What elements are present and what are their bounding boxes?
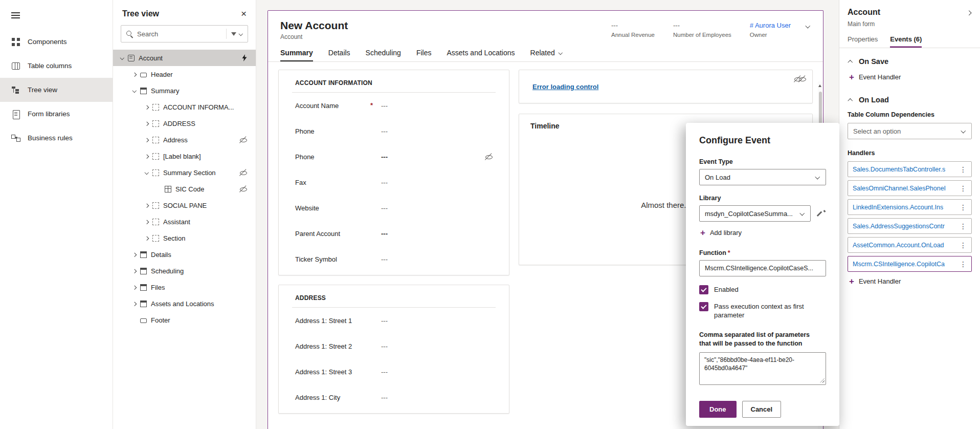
- sidebar-item-business-rules[interactable]: Business rules: [0, 126, 113, 150]
- library-select[interactable]: msdyn_CopilotCaseSumma...: [699, 205, 811, 222]
- sidebar-item-form-libraries[interactable]: Form libraries: [0, 102, 113, 126]
- error-card[interactable]: Error loading control: [519, 70, 813, 103]
- close-icon[interactable]: ×: [241, 9, 247, 18]
- tree-item-account-informa[interactable]: ACCOUNT INFORMA...: [113, 99, 256, 115]
- chevron-down-icon[interactable]: [142, 170, 151, 175]
- sidebar-item-components[interactable]: Components: [0, 30, 113, 54]
- parameters-textarea[interactable]: "sic","86bbd0be-4aea-ef11-be20-6045bd0a4…: [699, 352, 826, 385]
- tree-item-header[interactable]: Header: [113, 66, 256, 82]
- tree-item-scheduling[interactable]: Scheduling: [113, 263, 256, 279]
- cancel-button[interactable]: Cancel: [742, 401, 782, 418]
- more-options-icon[interactable]: ⋮: [957, 222, 969, 230]
- on-save-section-header[interactable]: On Save: [848, 57, 972, 66]
- form-field-account-name[interactable]: Account Name*---: [292, 93, 496, 118]
- chevron-right-icon[interactable]: [129, 72, 139, 77]
- tree-item-files[interactable]: Files: [113, 279, 256, 295]
- event-handler-item[interactable]: LinkedInExtensions.Account.Ins⋮: [848, 199, 972, 215]
- edit-library-icon[interactable]: [818, 209, 826, 218]
- address-section[interactable]: ADDRESS Address 1: Street 1---Address 1:…: [278, 285, 509, 414]
- event-handler-item[interactable]: Sales.DocumentsTabController.s⋮: [848, 161, 972, 177]
- chevron-right-icon[interactable]: [129, 252, 139, 257]
- on-load-section-header[interactable]: On Load: [848, 96, 972, 104]
- tab-assets-and-locations[interactable]: Assets and Locations: [447, 49, 515, 61]
- tree-item-details[interactable]: Details: [113, 246, 256, 263]
- form-field-website[interactable]: Website---: [292, 195, 496, 221]
- chevron-right-icon[interactable]: [129, 302, 139, 306]
- tab-properties[interactable]: Properties: [848, 35, 878, 48]
- form-field-address-1-street-2[interactable]: Address 1: Street 2---: [292, 333, 496, 359]
- event-handler-item[interactable]: SalesOmniChannel.SalesPhoneI⋮: [848, 180, 972, 196]
- event-handler-item[interactable]: Sales.AddressSuggestionsContr⋮: [848, 218, 972, 234]
- done-button[interactable]: Done: [699, 401, 737, 418]
- form-field-address-1-street-1[interactable]: Address 1: Street 1---: [292, 308, 496, 333]
- search-box[interactable]: [121, 25, 248, 42]
- form-field-address-1-street-3[interactable]: Address 1: Street 3---: [292, 359, 496, 384]
- checkbox-checked-icon[interactable]: [699, 302, 708, 311]
- event-handler-item[interactable]: Mscrm.CSIntelligence.CopilotCa⋮: [848, 256, 972, 272]
- chevron-right-icon[interactable]: [142, 203, 151, 208]
- more-options-icon[interactable]: ⋮: [957, 184, 969, 192]
- tree-item-footer[interactable]: Footer: [113, 312, 256, 328]
- form-field-address-1-city[interactable]: Address 1: City---: [292, 384, 496, 410]
- scroll-up-arrow-icon[interactable]: [818, 84, 821, 87]
- tab-related[interactable]: Related: [530, 49, 563, 61]
- table-column-dependencies-select[interactable]: Select an option: [848, 123, 972, 139]
- chevron-right-icon[interactable]: [142, 121, 151, 126]
- tab-files[interactable]: Files: [416, 49, 432, 61]
- add-event-handler-button[interactable]: + Event Handler: [849, 277, 972, 286]
- more-options-icon[interactable]: ⋮: [957, 165, 969, 174]
- form-field-phone[interactable]: Phone---: [292, 118, 496, 144]
- error-loading-link[interactable]: Error loading control: [532, 83, 598, 91]
- tree-item-address[interactable]: ADDRESS: [113, 115, 256, 132]
- chevron-right-icon[interactable]: [142, 138, 151, 142]
- tab-summary[interactable]: Summary: [280, 49, 313, 61]
- tree-item-assets-and-locations[interactable]: Assets and Locations: [113, 295, 256, 312]
- pass-context-checkbox-row[interactable]: Pass execution context as first paramete…: [699, 302, 826, 320]
- more-options-icon[interactable]: ⋮: [957, 203, 969, 211]
- tab-details[interactable]: Details: [328, 49, 350, 61]
- more-options-icon[interactable]: ⋮: [957, 241, 969, 249]
- form-field-phone[interactable]: Phone---: [292, 144, 496, 169]
- chevron-down-icon: [815, 175, 820, 180]
- tree-item-assistant[interactable]: Assistant: [113, 213, 256, 230]
- chevron-down-icon[interactable]: [129, 89, 139, 93]
- tree-item-summary[interactable]: Summary: [113, 82, 256, 99]
- event-type-select[interactable]: On Load: [699, 169, 826, 185]
- chevron-right-icon[interactable]: [142, 154, 151, 159]
- chevron-down-icon[interactable]: [117, 56, 127, 60]
- more-options-icon[interactable]: ⋮: [957, 260, 969, 268]
- tree-item-account[interactable]: Account: [113, 50, 256, 66]
- function-input[interactable]: [699, 260, 826, 276]
- collapse-panel-icon[interactable]: [966, 10, 972, 15]
- account-information-section[interactable]: ACCOUNT INFORMATION Account Name*---Phon…: [278, 70, 509, 275]
- chevron-right-icon[interactable]: [142, 105, 151, 110]
- tree-item-label-blank[interactable]: [Label blank]: [113, 148, 256, 164]
- enabled-checkbox-row[interactable]: Enabled: [699, 285, 826, 294]
- tab-scheduling[interactable]: Scheduling: [366, 49, 401, 61]
- chevron-right-icon[interactable]: [129, 269, 139, 273]
- sidebar-item-table-columns[interactable]: Table columns: [0, 54, 113, 78]
- filter-button[interactable]: [226, 29, 243, 39]
- checkbox-checked-icon[interactable]: [699, 285, 708, 294]
- chevron-right-icon[interactable]: [142, 236, 151, 241]
- app-root: ComponentsTable columnsTree viewForm lib…: [0, 0, 980, 429]
- chevron-right-icon[interactable]: [142, 220, 151, 224]
- stat-value[interactable]: # Aurora User: [750, 22, 791, 29]
- tree-item-sic-code[interactable]: SIC Code: [113, 181, 256, 197]
- tab-events-6[interactable]: Events (6): [890, 35, 922, 48]
- chevron-right-icon[interactable]: [129, 285, 139, 290]
- tree-item-section[interactable]: Section: [113, 230, 256, 246]
- form-field-fax[interactable]: Fax---: [292, 169, 496, 195]
- header-collapse-chevron-icon[interactable]: [805, 24, 811, 29]
- event-handler-item[interactable]: AssetCommon.Account.OnLoad⋮: [848, 237, 972, 253]
- tree-item-social-pane[interactable]: SOCIAL PANE: [113, 197, 256, 213]
- sidebar-item-tree-view[interactable]: Tree view: [0, 78, 113, 102]
- add-library-button[interactable]: + Add library: [700, 228, 826, 237]
- form-field-ticker-symbol[interactable]: Ticker Symbol---: [292, 246, 496, 272]
- hamburger-menu-button[interactable]: [0, 6, 113, 25]
- form-field-parent-account[interactable]: Parent Account---: [292, 221, 496, 246]
- add-event-handler-button[interactable]: + Event Handler: [849, 73, 972, 81]
- search-input[interactable]: [137, 30, 222, 38]
- tree-item-address[interactable]: Address: [113, 132, 256, 148]
- tree-item-summary-section[interactable]: Summary Section: [113, 164, 256, 181]
